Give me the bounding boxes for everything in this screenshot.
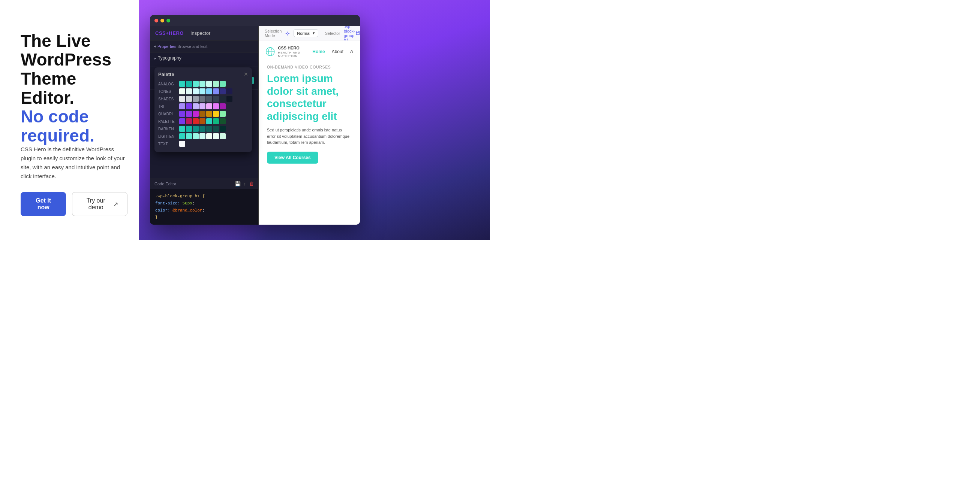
palette-close-button[interactable]: ✕ [244, 71, 248, 77]
delete-icon[interactable]: 🗑 [249, 181, 254, 187]
get-it-now-button[interactable]: Get it now [21, 192, 66, 216]
palette-row: ANALOG [158, 81, 248, 87]
palette-color-swatch[interactable] [193, 126, 199, 132]
palette-rows: ANALOGTONESSHADESTRIQUADRIPALETTEDARKENL… [158, 81, 248, 147]
nav-more[interactable]: A [350, 49, 353, 54]
palette-color-swatch[interactable] [220, 96, 226, 102]
palette-color-swatch[interactable] [220, 89, 226, 94]
palette-color-swatch[interactable] [193, 103, 199, 109]
palette-color-swatch[interactable] [199, 111, 205, 117]
palette-color-swatch[interactable] [206, 81, 212, 87]
palette-color-swatch[interactable] [186, 103, 192, 109]
palette-color-swatch[interactable] [206, 111, 212, 117]
palette-color-swatch[interactable] [226, 96, 232, 102]
desktop-icon[interactable]: 🖥 [355, 30, 360, 37]
palette-color-swatch[interactable] [199, 103, 205, 109]
palette-color-swatch[interactable] [179, 81, 185, 87]
palette-row: QUADRI [158, 111, 248, 117]
palette-row-label: TRI [158, 105, 178, 109]
palette-color-swatch[interactable] [193, 111, 199, 117]
palette-color-swatch[interactable] [186, 126, 192, 132]
palette-color-swatch[interactable] [220, 81, 226, 87]
preview-panel: Selection Mode ⊹ Normal ▾ Selector .wp-b… [259, 26, 360, 225]
selection-mode-label: Selection Mode [265, 29, 282, 38]
palette-color-swatch[interactable] [193, 118, 199, 124]
palette-color-swatch[interactable] [213, 126, 219, 132]
nav-about[interactable]: About [332, 49, 344, 54]
palette-color-swatch[interactable] [206, 89, 212, 94]
hero-description: CSS Hero is the definitive WordPress plu… [21, 145, 127, 181]
palette-color-swatch[interactable] [186, 118, 192, 124]
palette-color-swatch[interactable] [186, 96, 192, 102]
selection-mode-icon: ⊹ [285, 30, 290, 36]
palette-color-swatch[interactable] [213, 81, 219, 87]
section-arrow: ▸ [154, 56, 156, 60]
palette-color-swatch[interactable] [193, 81, 199, 87]
palette-color-swatch[interactable] [206, 133, 212, 139]
palette-color-swatch[interactable] [213, 111, 219, 117]
palette-color-swatch[interactable] [199, 89, 205, 94]
palette-row-label: DARKEN [158, 127, 178, 131]
palette-color-swatch[interactable] [220, 126, 226, 132]
palette-color-swatch[interactable] [199, 133, 205, 139]
preview-site: CSS HERO HEALTH AND NUTRITION Home About… [259, 40, 360, 225]
browser-content: CSS+HERO Inspector ◂ Properties Browse a… [150, 26, 360, 225]
palette-color-swatch[interactable] [179, 141, 185, 147]
browser-titlebar [150, 15, 360, 26]
palette-row-label: PALETTE [158, 119, 178, 124]
dot-yellow [161, 19, 164, 22]
palette-color-swatch[interactable] [213, 133, 219, 139]
palette-color-swatch[interactable] [213, 118, 219, 124]
palette-row-label: QUADRI [158, 112, 178, 116]
palette-color-swatch[interactable] [206, 118, 212, 124]
palette-color-swatch[interactable] [199, 96, 205, 102]
palette-color-swatch[interactable] [179, 96, 185, 102]
palette-row: TONES [158, 89, 248, 94]
palette-color-swatch[interactable] [193, 89, 199, 94]
palette-color-swatch[interactable] [179, 126, 185, 132]
palette-color-swatch[interactable] [220, 133, 226, 139]
palette-color-swatch[interactable] [193, 133, 199, 139]
palette-color-swatch[interactable] [186, 133, 192, 139]
palette-color-swatch[interactable] [179, 111, 185, 117]
palette-color-swatch[interactable] [179, 103, 185, 109]
view-all-courses-button[interactable]: View All Courses [267, 152, 318, 164]
palette-color-swatch[interactable] [220, 111, 226, 117]
palette-row: LIGHTEN [158, 133, 248, 139]
palette-color-swatch[interactable] [220, 103, 226, 109]
inspector-tab: Inspector [191, 30, 210, 36]
palette-color-swatch[interactable] [193, 96, 199, 102]
nav-home[interactable]: Home [312, 49, 325, 54]
palette-row-label: TEXT [158, 142, 178, 146]
palette-color-swatch[interactable] [206, 96, 212, 102]
palette-color-swatch[interactable] [199, 81, 205, 87]
palette-row: PALETTE [158, 118, 248, 124]
palette-color-swatch[interactable] [213, 103, 219, 109]
save-icon[interactable]: 💾 [235, 181, 241, 187]
palette-color-swatch[interactable] [179, 89, 185, 94]
share-icon[interactable]: ↑ [244, 181, 246, 187]
palette-color-swatch[interactable] [206, 103, 212, 109]
normal-dropdown[interactable]: Normal ▾ [294, 29, 318, 37]
palette-color-swatch[interactable] [179, 133, 185, 139]
try-demo-button[interactable]: Try our demo ↗ [72, 192, 127, 216]
palette-color-swatch[interactable] [213, 89, 219, 94]
palette-color-swatch[interactable] [186, 111, 192, 117]
palette-color-swatch[interactable] [186, 89, 192, 94]
palette-color-swatch[interactable] [213, 96, 219, 102]
palette-popup: Palette ✕ ANALOGTONESSHADESTRIQUADRIPALE… [154, 67, 252, 152]
toolbar-properties[interactable]: Properties [158, 44, 176, 49]
palette-color-swatch[interactable] [186, 81, 192, 87]
palette-color-swatch[interactable] [206, 126, 212, 132]
palette-color-swatch[interactable] [199, 126, 205, 132]
palette-color-swatch[interactable] [199, 118, 205, 124]
palette-color-swatch[interactable] [220, 118, 226, 124]
code-editor-title: Code Editor [154, 182, 176, 186]
site-content: ON-DEMAND VIDEO COURSES Lorem ipsum dolo… [266, 65, 353, 164]
site-category: ON-DEMAND VIDEO COURSES [267, 65, 352, 69]
palette-color-swatch[interactable] [179, 118, 185, 124]
palette-color-swatch[interactable] [226, 89, 232, 94]
site-logo-name: CSS HERO [278, 46, 312, 51]
inspector-panel: CSS+HERO Inspector ◂ Properties Browse a… [150, 26, 259, 225]
palette-row-label: ANALOG [158, 82, 178, 86]
